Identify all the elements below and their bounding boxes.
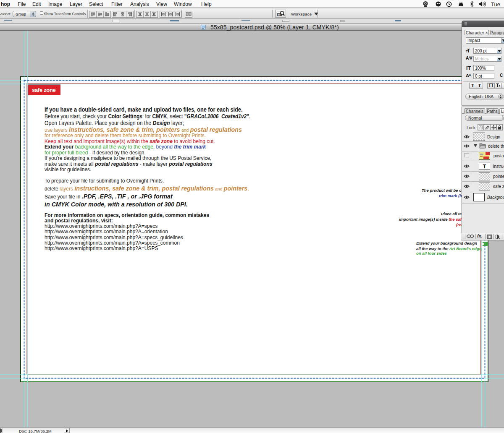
svg-text:ps: ps — [202, 27, 204, 29]
svg-text:Br: Br — [278, 13, 280, 16]
